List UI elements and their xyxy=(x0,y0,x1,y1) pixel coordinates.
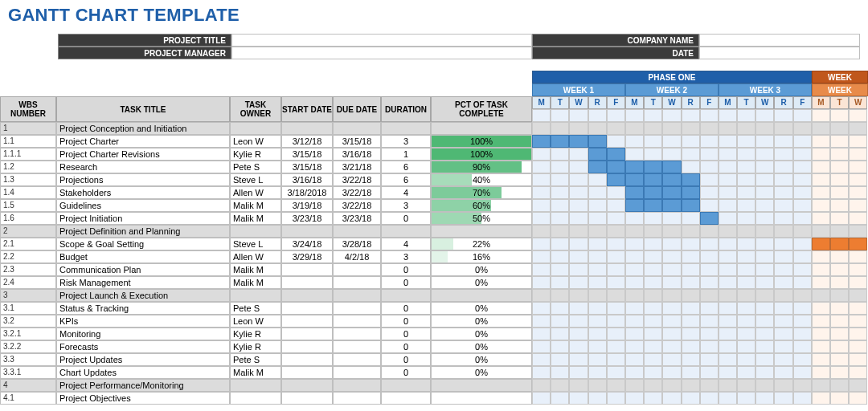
cell-owner[interactable]: Kylie R xyxy=(230,328,281,340)
cell-pct[interactable] xyxy=(431,379,532,392)
cell-title[interactable]: Research xyxy=(56,161,230,173)
cell-duration[interactable]: 0 xyxy=(381,328,431,340)
cell-pct[interactable]: 90% xyxy=(431,161,532,173)
cell-title[interactable]: Budget xyxy=(56,250,230,263)
cell-duration[interactable]: 4 xyxy=(381,238,431,250)
table-row[interactable]: 2.3Communication PlanMalik M00% xyxy=(0,263,532,276)
cell-start[interactable]: 3/15/18 xyxy=(281,148,333,161)
cell-due[interactable]: 3/15/18 xyxy=(333,135,381,148)
cell-duration[interactable] xyxy=(381,392,431,405)
table-row[interactable]: 1.6Project InitiationMalik M3/23/183/23/… xyxy=(0,212,532,225)
cell-title[interactable]: Stakeholders xyxy=(56,186,230,199)
cell-pct[interactable]: 0% xyxy=(431,353,532,366)
table-row[interactable]: 3.2.2ForecastsKylie R00% xyxy=(0,340,532,353)
cell-wbs[interactable]: 3.3 xyxy=(0,353,56,366)
cell-wbs[interactable]: 3.3.1 xyxy=(0,366,56,379)
cell-wbs[interactable]: 2.3 xyxy=(0,263,56,276)
cell-due[interactable] xyxy=(333,379,381,392)
cell-pct[interactable] xyxy=(431,225,532,238)
cell-start[interactable]: 3/19/18 xyxy=(281,199,333,212)
cell-start[interactable]: 3/29/18 xyxy=(281,250,333,263)
cell-due[interactable] xyxy=(333,263,381,276)
cell-wbs[interactable]: 1.4 xyxy=(0,186,56,199)
cell-title[interactable]: Project Conception and Initiation xyxy=(56,122,230,135)
cell-start[interactable] xyxy=(281,366,333,379)
cell-wbs[interactable]: 1.2 xyxy=(0,161,56,173)
table-row[interactable]: 1.1Project CharterLeon W3/12/183/15/1831… xyxy=(0,135,532,148)
cell-duration[interactable]: 0 xyxy=(381,276,431,289)
cell-owner[interactable]: Malik M xyxy=(230,276,281,289)
cell-due[interactable]: 3/16/18 xyxy=(333,148,381,161)
cell-title[interactable]: Risk Management xyxy=(56,276,230,289)
cell-owner[interactable]: Malik M xyxy=(230,212,281,225)
cell-owner[interactable] xyxy=(230,289,281,302)
cell-duration[interactable]: 0 xyxy=(381,263,431,276)
cell-owner[interactable] xyxy=(230,122,281,135)
cell-wbs[interactable]: 1.1.1 xyxy=(0,148,56,161)
cell-title[interactable]: Guidelines xyxy=(56,199,230,212)
cell-start[interactable] xyxy=(281,289,333,302)
cell-duration[interactable]: 0 xyxy=(381,340,431,353)
cell-due[interactable] xyxy=(333,392,381,405)
cell-wbs[interactable]: 1.6 xyxy=(0,212,56,225)
cell-title[interactable]: Project Performance/Monitoring xyxy=(56,379,230,392)
cell-due[interactable] xyxy=(333,340,381,353)
cell-title[interactable]: Monitoring xyxy=(56,328,230,340)
cell-wbs[interactable]: 2 xyxy=(0,225,56,238)
cell-due[interactable] xyxy=(333,289,381,302)
cell-wbs[interactable]: 3 xyxy=(0,289,56,302)
cell-owner[interactable] xyxy=(230,392,281,405)
cell-pct[interactable]: 0% xyxy=(431,340,532,353)
cell-duration[interactable]: 0 xyxy=(381,315,431,328)
cell-start[interactable]: 3/23/18 xyxy=(281,212,333,225)
cell-owner[interactable]: Steve L xyxy=(230,173,281,186)
table-row[interactable]: 3.3Project UpdatesPete S00% xyxy=(0,353,532,366)
cell-owner[interactable]: Leon W xyxy=(230,315,281,328)
cell-pct[interactable]: 0% xyxy=(431,315,532,328)
cell-start[interactable] xyxy=(281,276,333,289)
cell-duration[interactable]: 4 xyxy=(381,186,431,199)
cell-wbs[interactable]: 1 xyxy=(0,122,56,135)
cell-wbs[interactable]: 1.1 xyxy=(0,135,56,148)
cell-pct[interactable]: 0% xyxy=(431,263,532,276)
table-row[interactable]: 1.1.1Project Charter RevisionsKylie R3/1… xyxy=(0,148,532,161)
cell-due[interactable]: 3/28/18 xyxy=(333,238,381,250)
cell-duration[interactable] xyxy=(381,225,431,238)
project-title-value[interactable] xyxy=(231,34,532,47)
cell-pct[interactable]: 0% xyxy=(431,276,532,289)
cell-start[interactable]: 3/16/18 xyxy=(281,173,333,186)
cell-start[interactable] xyxy=(281,340,333,353)
table-row[interactable]: 3.2.1MonitoringKylie R00% xyxy=(0,328,532,340)
cell-due[interactable] xyxy=(333,315,381,328)
cell-owner[interactable]: Kylie R xyxy=(230,148,281,161)
cell-due[interactable] xyxy=(333,276,381,289)
cell-owner[interactable]: Leon W xyxy=(230,135,281,148)
cell-duration[interactable]: 0 xyxy=(381,212,431,225)
cell-due[interactable] xyxy=(333,328,381,340)
cell-due[interactable] xyxy=(333,366,381,379)
cell-pct[interactable]: 100% xyxy=(431,148,532,161)
cell-due[interactable] xyxy=(333,225,381,238)
table-row[interactable]: 2.4Risk ManagementMalik M00% xyxy=(0,276,532,289)
cell-title[interactable]: Project Charter Revisions xyxy=(56,148,230,161)
cell-pct[interactable] xyxy=(431,289,532,302)
cell-pct[interactable] xyxy=(431,392,532,405)
cell-title[interactable]: Project Definition and Planning xyxy=(56,225,230,238)
cell-start[interactable]: 3/24/18 xyxy=(281,238,333,250)
cell-pct[interactable]: 16% xyxy=(431,250,532,263)
cell-pct[interactable] xyxy=(431,122,532,135)
cell-wbs[interactable]: 2.2 xyxy=(0,250,56,263)
cell-title[interactable]: Scope & Goal Setting xyxy=(56,238,230,250)
cell-wbs[interactable]: 4.1 xyxy=(0,392,56,405)
cell-owner[interactable]: Pete S xyxy=(230,353,281,366)
cell-start[interactable]: 3/15/18 xyxy=(281,161,333,173)
cell-pct[interactable]: 0% xyxy=(431,328,532,340)
cell-title[interactable]: Forecasts xyxy=(56,340,230,353)
cell-wbs[interactable]: 3.1 xyxy=(0,302,56,315)
cell-pct[interactable]: 60% xyxy=(431,199,532,212)
cell-title[interactable]: Status & Tracking xyxy=(56,302,230,315)
cell-pct[interactable]: 0% xyxy=(431,366,532,379)
table-row[interactable]: 2.1Scope & Goal SettingSteve L3/24/183/2… xyxy=(0,238,532,250)
cell-start[interactable] xyxy=(281,328,333,340)
cell-duration[interactable]: 0 xyxy=(381,302,431,315)
